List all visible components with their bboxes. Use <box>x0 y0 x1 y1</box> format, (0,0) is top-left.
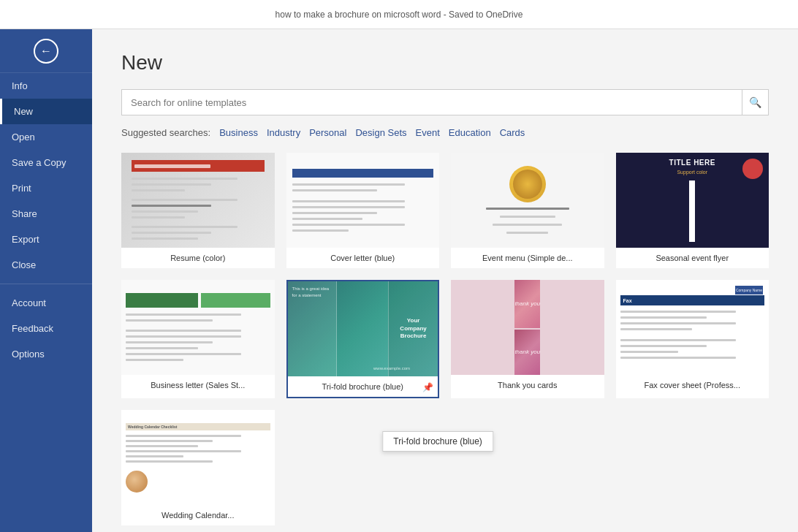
template-grid: Resume (color) Cover letter (blue) <box>121 153 769 525</box>
template-trifold-brochure[interactable]: This is a great idea for a statement You… <box>286 280 440 398</box>
sidebar-item-export[interactable]: Export <box>0 227 92 252</box>
document-title: how to make a brochure on microsoft word… <box>276 10 523 20</box>
template-label-biz-letter: Business letter (Sales St... <box>121 375 275 395</box>
content-area: New 🔍 Suggested searches: Business Indus… <box>92 29 798 532</box>
sidebar-item-account[interactable]: Account <box>0 290 92 316</box>
sidebar-item-new[interactable]: New <box>0 99 92 124</box>
sidebar-nav: Info New Open Save a Copy Print Share Ex… <box>0 73 92 532</box>
template-thumb-biz-letter <box>121 280 275 375</box>
suggested-label: Suggested searches: <box>121 127 210 138</box>
template-thumb-cover <box>286 153 440 248</box>
template-cover-letter[interactable]: Cover letter (blue) <box>286 153 440 268</box>
tag-personal[interactable]: Personal <box>309 127 346 138</box>
tag-design-sets[interactable]: Design Sets <box>355 127 406 138</box>
main-layout: ← Info New Open Save a Copy Print Share … <box>0 29 798 532</box>
template-wedding[interactable]: Wedding Calendar Checklist Wedding Calen… <box>121 410 275 525</box>
template-thumb-resume <box>121 153 275 248</box>
search-icon: 🔍 <box>749 96 761 108</box>
sidebar-item-feedback[interactable]: Feedback <box>0 316 92 341</box>
sidebar-bottom: Account Feedback Options <box>0 290 92 374</box>
template-label-fax: Fax cover sheet (Profess... <box>616 375 770 395</box>
template-seasonal[interactable]: TITLE HERE Support color Seasonal event … <box>616 153 770 268</box>
sidebar-item-info[interactable]: Info <box>0 73 92 99</box>
template-label-event: Event menu (Simple de... <box>451 248 604 268</box>
sidebar-item-open[interactable]: Open <box>0 124 92 150</box>
tag-industry[interactable]: Industry <box>267 127 300 138</box>
pin-icon: 📌 <box>422 382 433 392</box>
template-resume-color[interactable]: Resume (color) <box>121 153 275 268</box>
back-icon: ← <box>34 39 58 64</box>
back-button[interactable]: ← <box>0 29 92 73</box>
search-input[interactable] <box>121 89 742 115</box>
sidebar: ← Info New Open Save a Copy Print Share … <box>0 29 92 532</box>
suggested-searches: Suggested searches: Business Industry Pe… <box>121 127 769 138</box>
sidebar-item-options[interactable]: Options <box>0 341 92 367</box>
template-thumb-brochure: This is a great idea for a statement You… <box>288 281 438 376</box>
template-thumb-thankyou: thank you thank you <box>451 280 604 375</box>
sidebar-item-share[interactable]: Share <box>0 201 92 227</box>
sidebar-divider <box>0 284 92 284</box>
template-event-menu[interactable]: Event menu (Simple de... <box>451 153 604 268</box>
template-label-seasonal: Seasonal event flyer <box>616 248 770 268</box>
top-bar: how to make a brochure on microsoft word… <box>0 0 798 29</box>
template-label-cover: Cover letter (blue) <box>286 248 440 268</box>
template-label-wedding: Wedding Calendar... <box>121 505 275 525</box>
template-fax[interactable]: Fax Company Name Fax cover sheet (Profe <box>616 280 770 398</box>
tag-event[interactable]: Event <box>416 127 440 138</box>
template-label-thankyou: Thank you cards <box>451 375 604 395</box>
sidebar-item-save-a-copy[interactable]: Save a Copy <box>0 150 92 175</box>
template-label-brochure: Tri-fold brochure (blue) <box>288 376 438 397</box>
search-bar: 🔍 <box>121 89 769 115</box>
page-title: New <box>121 51 769 75</box>
tag-cards[interactable]: Cards <box>500 127 525 138</box>
template-thumb-fax: Fax Company Name <box>616 280 770 375</box>
tag-education[interactable]: Education <box>449 127 491 138</box>
sidebar-item-print[interactable]: Print <box>0 175 92 201</box>
template-thumb-wedding: Wedding Calendar Checklist <box>121 410 275 505</box>
template-thumb-seasonal: TITLE HERE Support color <box>616 153 770 248</box>
search-button[interactable]: 🔍 <box>742 89 769 115</box>
tag-business[interactable]: Business <box>219 127 258 138</box>
sidebar-item-close[interactable]: Close <box>0 252 92 278</box>
template-thumb-event <box>451 153 604 248</box>
template-thank-you[interactable]: thank you thank you Thank you cards <box>451 280 604 398</box>
template-label-resume: Resume (color) <box>121 248 275 268</box>
template-biz-letter[interactable]: Business letter (Sales St... <box>121 280 275 398</box>
